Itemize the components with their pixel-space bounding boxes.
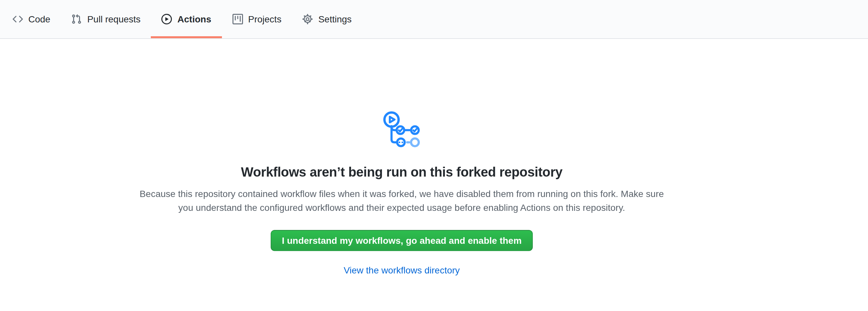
tab-label: Code <box>28 14 51 24</box>
play-icon <box>162 14 172 24</box>
tab-code[interactable]: Code <box>2 0 61 38</box>
repo-tab-nav: Code Pull requests Actions Projects <box>0 0 868 39</box>
blankslate-description: Because this repository contained workfl… <box>133 187 670 215</box>
view-workflows-directory-link[interactable]: View the workflows directory <box>344 263 460 277</box>
tab-label: Projects <box>248 14 282 24</box>
gear-icon <box>303 14 313 24</box>
git-pull-request-icon <box>71 14 82 24</box>
tab-pull-requests[interactable]: Pull requests <box>61 0 151 38</box>
tab-label: Actions <box>178 14 211 24</box>
tab-projects[interactable]: Projects <box>222 0 292 38</box>
page: Code Pull requests Actions Projects <box>0 0 868 311</box>
actions-blankslate: Workflows aren’t being run on this forke… <box>0 39 803 277</box>
tab-label: Pull requests <box>87 14 141 24</box>
project-icon <box>232 14 243 24</box>
code-icon <box>12 14 23 24</box>
tab-label: Settings <box>318 14 352 24</box>
blankslate-heading: Workflows aren’t being run on this forke… <box>241 162 562 182</box>
enable-workflows-button[interactable]: I understand my workflows, go ahead and … <box>271 230 533 251</box>
tab-actions[interactable]: Actions <box>151 0 222 38</box>
tab-settings[interactable]: Settings <box>292 0 362 38</box>
workflow-graph-icon <box>383 111 420 148</box>
